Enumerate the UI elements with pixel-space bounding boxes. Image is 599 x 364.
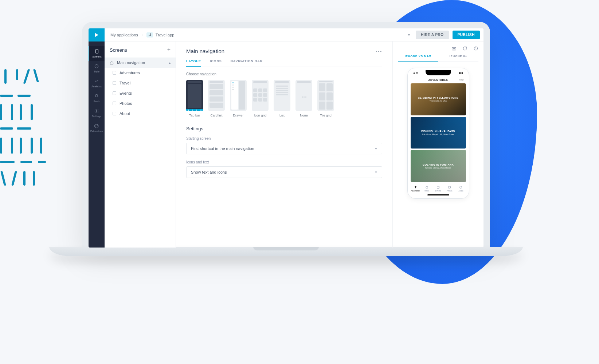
content-tabs: LAYOUT ICONS NAVIGATION BAR [186, 59, 382, 67]
preview-card[interactable]: FISHING IN HAKAI PASS Hakai Luxv, Meglat… [411, 117, 466, 149]
svg-point-4 [96, 67, 97, 67]
screen-item-about[interactable]: About [105, 108, 176, 119]
card-subtitle: Hakai Luxv, Meglatto, Mt, United States [422, 133, 454, 135]
more-menu-button[interactable]: ••• [376, 49, 382, 54]
breadcrumb: My applications › 🏞 Travel app [105, 32, 174, 37]
reload-button[interactable] [462, 46, 467, 51]
screenshot-button[interactable] [451, 46, 457, 51]
rail-label: Screens [92, 55, 102, 58]
screen-item-label: Main navigation [117, 60, 145, 65]
tab-label: About [458, 190, 463, 192]
rail-settings[interactable]: Settings [89, 106, 105, 120]
card-title: GOLFING IN FONTANA [423, 163, 454, 166]
rail-style[interactable]: Style [89, 61, 105, 76]
content-area: Main navigation ••• LAYOUT ICONS NAVIGAT… [176, 41, 392, 248]
device-tab-xs-max[interactable]: IPHONE XS MAX [398, 55, 438, 62]
tab-layout[interactable]: LAYOUT [186, 59, 201, 67]
starting-screen-select[interactable]: First shortcut in the main navigation ▼ [186, 143, 382, 154]
icons-text-select[interactable]: Show text and icons ▼ [186, 166, 382, 178]
brand-logo[interactable] [89, 28, 105, 41]
preview-tab-events[interactable]: Events [432, 183, 444, 194]
breadcrumb-app[interactable]: Travel app [156, 33, 175, 37]
tab-label: Travel [424, 190, 429, 192]
home-indicator [427, 194, 449, 195]
status-time: 6:02 [414, 72, 419, 75]
starting-screen-label: Starting screen [186, 136, 382, 141]
navopt-label: None [300, 114, 308, 117]
preview-card[interactable]: CLIMBING IN YELLOWSTONE Yellowstone, ID,… [411, 83, 466, 115]
publish-button[interactable]: PUBLISH [453, 31, 480, 39]
info-icon [459, 186, 462, 189]
screen-item-travel[interactable]: Travel [105, 78, 176, 88]
rail-screens[interactable]: Screens [89, 46, 105, 61]
hire-pro-button[interactable]: HIRE A PRO [416, 31, 449, 39]
chevron-down-icon: ▼ [375, 171, 377, 174]
account-menu-caret[interactable]: ▼ [407, 33, 411, 37]
navopt-list[interactable]: List [274, 80, 290, 117]
calendar-icon [436, 186, 440, 189]
analytics-icon [94, 79, 99, 84]
gear-icon [94, 108, 99, 114]
screens-panel: Screens + Main navigation ▴ Adventures T… [105, 41, 176, 248]
icons-text-label: Icons and text [186, 160, 382, 164]
screen-item-photos[interactable]: Photos [105, 98, 176, 108]
rail-push[interactable]: Push [89, 91, 105, 106]
card-subtitle: Fontana, Orlando, United States [425, 167, 451, 169]
preview-panel: IPHONE XS MAX IPHONE 8+ 6:02 ▮▮▮ ADVENTU… [392, 41, 483, 248]
navopt-icon-grid[interactable]: Icon grid [252, 80, 269, 117]
screen-item-events[interactable]: Events [105, 88, 176, 98]
rail-label: Push [94, 100, 99, 103]
app-header: My applications › 🏞 Travel app ▼ HIRE A … [89, 28, 483, 41]
breadcrumb-root[interactable]: My applications [110, 33, 138, 37]
preview-tab-adventures[interactable]: Adventures [410, 183, 421, 194]
rail-analytics[interactable]: Analytics [89, 76, 105, 91]
preview-tab-photos[interactable]: Photos [444, 183, 455, 194]
power-icon [473, 46, 478, 51]
svg-rect-0 [96, 50, 98, 54]
card-title: CLIMBING IN YELLOWSTONE [418, 96, 458, 99]
preview-tab-bar: Adventures Travel Events Photos About [410, 183, 467, 194]
svg-point-3 [97, 66, 98, 66]
power-button[interactable] [473, 46, 478, 51]
tab-icons[interactable]: ICONS [210, 59, 222, 67]
screen-icon [113, 91, 116, 95]
chevron-up-icon: ▴ [169, 61, 171, 64]
pin-icon [414, 186, 417, 189]
chevron-right-icon: › [142, 33, 143, 37]
screen-icon [113, 112, 116, 115]
navopt-card-list[interactable]: Card list [208, 80, 225, 117]
screen-item-adventures[interactable]: Adventures [105, 68, 176, 78]
home-icon [110, 61, 114, 65]
navopt-none[interactable]: None [295, 80, 312, 117]
device-preview: 6:02 ▮▮▮ ADVENTURES Map CLIMBING IN YELL… [407, 68, 469, 199]
preview-card[interactable]: GOLFING IN FONTANA Fontana, Orlando, Uni… [411, 150, 466, 182]
preview-header-map[interactable]: Map [459, 79, 464, 81]
card-title: FISHING IN HAKAI PASS [421, 130, 455, 132]
camera-icon [451, 46, 457, 51]
screen-icon [113, 71, 116, 75]
screen-icon [113, 81, 116, 85]
navopt-drawer[interactable]: Drawer [230, 80, 247, 117]
chevron-down-icon: ▼ [375, 147, 377, 150]
svg-rect-13 [449, 186, 451, 188]
preview-tab-travel[interactable]: Travel [421, 183, 432, 194]
tab-label: Adventures [411, 190, 420, 192]
device-tabs: IPHONE XS MAX IPHONE 8+ [398, 55, 478, 62]
reload-icon [462, 46, 467, 51]
navopt-tile-grid[interactable]: Tile grid [317, 80, 334, 117]
svg-rect-6 [452, 47, 456, 50]
photo-icon [448, 186, 451, 189]
navopt-label: Card list [210, 114, 222, 117]
preview-tab-about[interactable]: About [455, 183, 466, 194]
screen-item-main-navigation[interactable]: Main navigation ▴ [105, 58, 176, 68]
device-tab-8plus[interactable]: IPHONE 8+ [438, 55, 479, 62]
status-icons: ▮▮▮ [459, 72, 463, 75]
navopt-tab-bar[interactable]: Tab bar [186, 80, 203, 117]
tab-label: Photos [447, 190, 453, 192]
rail-extensions[interactable]: Extensions [89, 120, 105, 135]
svg-point-5 [96, 110, 97, 112]
add-screen-button[interactable]: + [167, 47, 171, 53]
tab-label: Events [435, 190, 441, 192]
tab-navigation-bar[interactable]: NAVIGATION BAR [231, 59, 263, 67]
left-rail: Screens Style Analytics Push Settings Ex… [89, 41, 105, 248]
